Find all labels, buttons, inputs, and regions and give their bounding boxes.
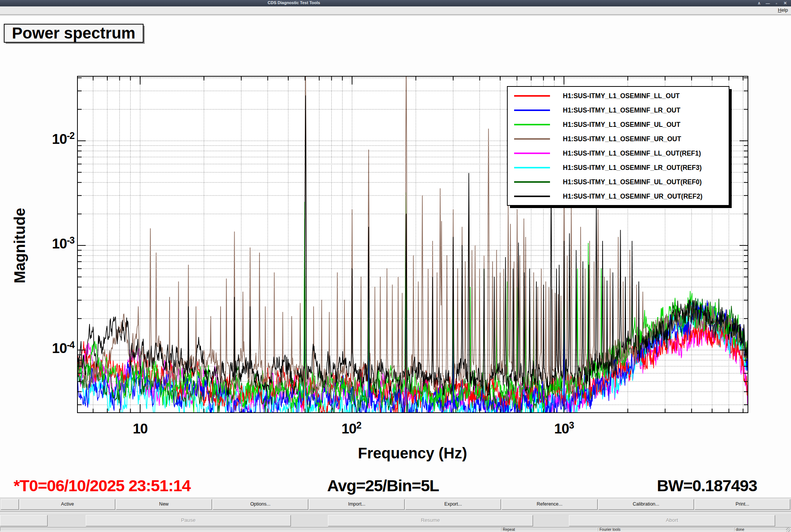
legend-item[interactable]: H1:SUS-ITMY_L1_OSEMINF_LL_OUT(REF1) (508, 146, 729, 160)
legend-item[interactable]: H1:SUS-ITMY_L1_OSEMINF_UR_OUT (508, 132, 729, 146)
legend-item[interactable]: H1:SUS-ITMY_L1_OSEMINF_LR_OUT (508, 103, 729, 117)
active-button[interactable]: Active (20, 499, 115, 510)
legend-line-sample (514, 124, 550, 125)
control-spacer-button[interactable] (0, 515, 48, 526)
y-tick-label-1e-4: 10-4 (22, 339, 74, 356)
abort-button[interactable]: Abort (569, 515, 775, 526)
print-button[interactable]: Print... (695, 499, 790, 510)
avg-bin-text: Avg=25/Bin=5L (327, 476, 439, 495)
legend-line-sample (514, 95, 550, 97)
legend-label: H1:SUS-ITMY_L1_OSEMINF_LL_OUT (563, 92, 680, 100)
legend-line-sample (514, 181, 550, 183)
x-axis-title: Frequency (Hz) (318, 445, 507, 462)
bw-text: BW=0.187493 (657, 476, 757, 495)
legend-label: H1:SUS-ITMY_L1_OSEMINF_UR_OUT(REF2) (563, 193, 703, 200)
toolbar: ActiveNewOptions...Import...Export...Ref… (0, 499, 791, 509)
y-tick-label-1e-2: 10-2 (22, 130, 74, 147)
legend-label: H1:SUS-ITMY_L1_OSEMINF_LL_OUT(REF1) (563, 150, 701, 157)
legend-line-sample (514, 196, 550, 197)
new-button[interactable]: New (116, 499, 212, 510)
t0-timestamp: *T0=06/10/2025 23:51:14 (14, 476, 190, 495)
status-field-done: done (734, 527, 791, 531)
resume-button[interactable]: Resume (328, 515, 533, 526)
plot-title-box: Power spectrum (4, 24, 144, 43)
status-field-fourier-tools: Fourier tools (598, 527, 734, 531)
legend-label: H1:SUS-ITMY_L1_OSEMINF_UL_OUT(REF0) (563, 178, 702, 186)
reference-button[interactable]: Reference... (502, 499, 597, 510)
toolbar-spacer-button[interactable] (1, 499, 19, 510)
x-tick-label-100: 102 (332, 420, 370, 437)
import-button[interactable]: Import... (309, 499, 405, 510)
status-bar: RepeatFourier toolsdone (0, 527, 791, 532)
legend-line-sample (514, 153, 550, 154)
legend-item[interactable]: H1:SUS-ITMY_L1_OSEMINF_UR_OUT(REF2) (508, 189, 729, 204)
status-field-empty (0, 527, 501, 531)
legend-label: H1:SUS-ITMY_L1_OSEMINF_UL_OUT (563, 121, 680, 129)
y-axis-title: Magnitude (11, 163, 28, 329)
x-tick-label-10: 10 (121, 420, 159, 437)
resize-grip-icon[interactable] (786, 527, 791, 532)
export-button[interactable]: Export... (405, 499, 501, 510)
plot-canvas[interactable]: Power spectrum 10-2 10-3 10-4 10 102 103… (0, 16, 791, 497)
legend-label: H1:SUS-ITMY_L1_OSEMINF_UR_OUT (563, 135, 681, 143)
pause-button[interactable]: Pause (86, 515, 291, 526)
x-tick-label-1000: 103 (545, 420, 583, 437)
toolbar-separator (0, 511, 791, 513)
status-field-repeat: Repeat (501, 527, 598, 531)
calibration-button[interactable]: Calibration... (598, 499, 694, 510)
plot-title: Power spectrum (12, 24, 136, 42)
bottom-toolbar-area: ActiveNewOptions...Import...Export...Ref… (0, 497, 791, 532)
legend-item[interactable]: H1:SUS-ITMY_L1_OSEMINF_LL_OUT (508, 89, 729, 103)
y-tick-label-1e-3: 10-3 (22, 235, 74, 252)
plot-legend[interactable]: H1:SUS-ITMY_L1_OSEMINF_LL_OUTH1:SUS-ITMY… (507, 86, 729, 206)
legend-line-sample (514, 109, 550, 111)
options-button[interactable]: Options... (213, 499, 308, 510)
legend-label: H1:SUS-ITMY_L1_OSEMINF_LR_OUT(REF3) (563, 164, 702, 172)
legend-item[interactable]: H1:SUS-ITMY_L1_OSEMINF_UL_OUT(REF0) (508, 175, 729, 189)
legend-item[interactable]: H1:SUS-ITMY_L1_OSEMINF_LR_OUT(REF3) (508, 160, 729, 175)
legend-item[interactable]: H1:SUS-ITMY_L1_OSEMINF_UL_OUT (508, 117, 729, 132)
legend-label: H1:SUS-ITMY_L1_OSEMINF_LR_OUT (563, 106, 680, 114)
legend-line-sample (514, 138, 550, 140)
legend-line-sample (514, 167, 550, 168)
